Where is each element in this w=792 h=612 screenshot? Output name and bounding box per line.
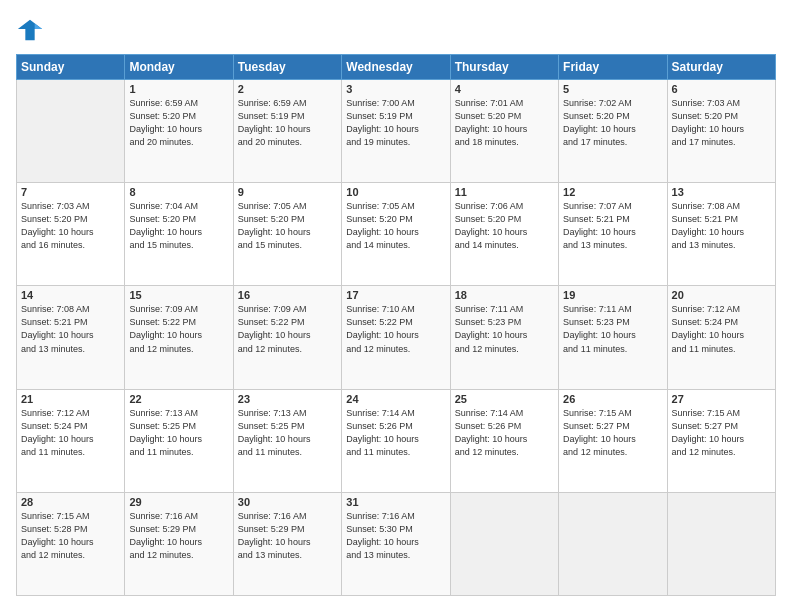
day-number: 26 bbox=[563, 393, 662, 405]
day-number: 24 bbox=[346, 393, 445, 405]
day-number: 13 bbox=[672, 186, 771, 198]
day-info: Sunrise: 7:00 AMSunset: 5:19 PMDaylight:… bbox=[346, 97, 445, 149]
header bbox=[16, 16, 776, 44]
calendar-cell: 3Sunrise: 7:00 AMSunset: 5:19 PMDaylight… bbox=[342, 80, 450, 183]
svg-marker-0 bbox=[18, 20, 42, 41]
calendar-cell: 17Sunrise: 7:10 AMSunset: 5:22 PMDayligh… bbox=[342, 286, 450, 389]
calendar-cell: 16Sunrise: 7:09 AMSunset: 5:22 PMDayligh… bbox=[233, 286, 341, 389]
day-info: Sunrise: 7:08 AMSunset: 5:21 PMDaylight:… bbox=[672, 200, 771, 252]
page: SundayMondayTuesdayWednesdayThursdayFrid… bbox=[0, 0, 792, 612]
day-info: Sunrise: 7:13 AMSunset: 5:25 PMDaylight:… bbox=[238, 407, 337, 459]
day-number: 20 bbox=[672, 289, 771, 301]
calendar-day-header: Monday bbox=[125, 55, 233, 80]
calendar-cell bbox=[17, 80, 125, 183]
day-number: 31 bbox=[346, 496, 445, 508]
calendar-cell: 10Sunrise: 7:05 AMSunset: 5:20 PMDayligh… bbox=[342, 183, 450, 286]
day-info: Sunrise: 7:14 AMSunset: 5:26 PMDaylight:… bbox=[455, 407, 554, 459]
calendar-cell: 30Sunrise: 7:16 AMSunset: 5:29 PMDayligh… bbox=[233, 492, 341, 595]
day-number: 8 bbox=[129, 186, 228, 198]
calendar-cell: 28Sunrise: 7:15 AMSunset: 5:28 PMDayligh… bbox=[17, 492, 125, 595]
logo-icon bbox=[16, 16, 44, 44]
calendar-cell: 18Sunrise: 7:11 AMSunset: 5:23 PMDayligh… bbox=[450, 286, 558, 389]
calendar-cell: 21Sunrise: 7:12 AMSunset: 5:24 PMDayligh… bbox=[17, 389, 125, 492]
day-number: 7 bbox=[21, 186, 120, 198]
day-info: Sunrise: 7:05 AMSunset: 5:20 PMDaylight:… bbox=[238, 200, 337, 252]
day-info: Sunrise: 7:03 AMSunset: 5:20 PMDaylight:… bbox=[21, 200, 120, 252]
day-number: 11 bbox=[455, 186, 554, 198]
calendar-cell: 5Sunrise: 7:02 AMSunset: 5:20 PMDaylight… bbox=[559, 80, 667, 183]
day-info: Sunrise: 7:09 AMSunset: 5:22 PMDaylight:… bbox=[238, 303, 337, 355]
calendar-day-header: Saturday bbox=[667, 55, 775, 80]
day-info: Sunrise: 7:11 AMSunset: 5:23 PMDaylight:… bbox=[455, 303, 554, 355]
calendar-cell: 6Sunrise: 7:03 AMSunset: 5:20 PMDaylight… bbox=[667, 80, 775, 183]
day-info: Sunrise: 6:59 AMSunset: 5:20 PMDaylight:… bbox=[129, 97, 228, 149]
day-number: 2 bbox=[238, 83, 337, 95]
calendar-cell: 11Sunrise: 7:06 AMSunset: 5:20 PMDayligh… bbox=[450, 183, 558, 286]
day-info: Sunrise: 7:06 AMSunset: 5:20 PMDaylight:… bbox=[455, 200, 554, 252]
day-number: 6 bbox=[672, 83, 771, 95]
calendar-cell: 22Sunrise: 7:13 AMSunset: 5:25 PMDayligh… bbox=[125, 389, 233, 492]
day-number: 16 bbox=[238, 289, 337, 301]
calendar-day-header: Tuesday bbox=[233, 55, 341, 80]
day-info: Sunrise: 7:16 AMSunset: 5:29 PMDaylight:… bbox=[129, 510, 228, 562]
day-info: Sunrise: 7:01 AMSunset: 5:20 PMDaylight:… bbox=[455, 97, 554, 149]
calendar-cell: 19Sunrise: 7:11 AMSunset: 5:23 PMDayligh… bbox=[559, 286, 667, 389]
day-info: Sunrise: 7:03 AMSunset: 5:20 PMDaylight:… bbox=[672, 97, 771, 149]
calendar-week-row: 7Sunrise: 7:03 AMSunset: 5:20 PMDaylight… bbox=[17, 183, 776, 286]
calendar-week-row: 21Sunrise: 7:12 AMSunset: 5:24 PMDayligh… bbox=[17, 389, 776, 492]
day-number: 23 bbox=[238, 393, 337, 405]
day-number: 1 bbox=[129, 83, 228, 95]
calendar-day-header: Wednesday bbox=[342, 55, 450, 80]
day-number: 22 bbox=[129, 393, 228, 405]
day-number: 10 bbox=[346, 186, 445, 198]
calendar-cell: 4Sunrise: 7:01 AMSunset: 5:20 PMDaylight… bbox=[450, 80, 558, 183]
calendar-week-row: 1Sunrise: 6:59 AMSunset: 5:20 PMDaylight… bbox=[17, 80, 776, 183]
day-number: 3 bbox=[346, 83, 445, 95]
calendar-cell: 13Sunrise: 7:08 AMSunset: 5:21 PMDayligh… bbox=[667, 183, 775, 286]
calendar-cell: 14Sunrise: 7:08 AMSunset: 5:21 PMDayligh… bbox=[17, 286, 125, 389]
day-number: 30 bbox=[238, 496, 337, 508]
day-number: 28 bbox=[21, 496, 120, 508]
day-number: 19 bbox=[563, 289, 662, 301]
logo bbox=[16, 16, 48, 44]
day-number: 18 bbox=[455, 289, 554, 301]
day-number: 12 bbox=[563, 186, 662, 198]
calendar-cell: 25Sunrise: 7:14 AMSunset: 5:26 PMDayligh… bbox=[450, 389, 558, 492]
calendar-cell bbox=[559, 492, 667, 595]
day-info: Sunrise: 7:12 AMSunset: 5:24 PMDaylight:… bbox=[21, 407, 120, 459]
calendar-day-header: Sunday bbox=[17, 55, 125, 80]
day-info: Sunrise: 6:59 AMSunset: 5:19 PMDaylight:… bbox=[238, 97, 337, 149]
day-number: 9 bbox=[238, 186, 337, 198]
day-info: Sunrise: 7:05 AMSunset: 5:20 PMDaylight:… bbox=[346, 200, 445, 252]
day-number: 27 bbox=[672, 393, 771, 405]
calendar-cell: 27Sunrise: 7:15 AMSunset: 5:27 PMDayligh… bbox=[667, 389, 775, 492]
day-info: Sunrise: 7:16 AMSunset: 5:30 PMDaylight:… bbox=[346, 510, 445, 562]
calendar-cell: 29Sunrise: 7:16 AMSunset: 5:29 PMDayligh… bbox=[125, 492, 233, 595]
calendar-cell: 8Sunrise: 7:04 AMSunset: 5:20 PMDaylight… bbox=[125, 183, 233, 286]
day-info: Sunrise: 7:08 AMSunset: 5:21 PMDaylight:… bbox=[21, 303, 120, 355]
calendar-week-row: 28Sunrise: 7:15 AMSunset: 5:28 PMDayligh… bbox=[17, 492, 776, 595]
day-number: 4 bbox=[455, 83, 554, 95]
day-number: 29 bbox=[129, 496, 228, 508]
calendar-cell: 15Sunrise: 7:09 AMSunset: 5:22 PMDayligh… bbox=[125, 286, 233, 389]
calendar-cell: 2Sunrise: 6:59 AMSunset: 5:19 PMDaylight… bbox=[233, 80, 341, 183]
calendar-day-header: Friday bbox=[559, 55, 667, 80]
day-number: 15 bbox=[129, 289, 228, 301]
calendar-cell: 9Sunrise: 7:05 AMSunset: 5:20 PMDaylight… bbox=[233, 183, 341, 286]
day-info: Sunrise: 7:15 AMSunset: 5:28 PMDaylight:… bbox=[21, 510, 120, 562]
day-info: Sunrise: 7:14 AMSunset: 5:26 PMDaylight:… bbox=[346, 407, 445, 459]
day-info: Sunrise: 7:15 AMSunset: 5:27 PMDaylight:… bbox=[672, 407, 771, 459]
day-info: Sunrise: 7:10 AMSunset: 5:22 PMDaylight:… bbox=[346, 303, 445, 355]
day-number: 17 bbox=[346, 289, 445, 301]
calendar-cell: 1Sunrise: 6:59 AMSunset: 5:20 PMDaylight… bbox=[125, 80, 233, 183]
day-info: Sunrise: 7:16 AMSunset: 5:29 PMDaylight:… bbox=[238, 510, 337, 562]
calendar-cell: 31Sunrise: 7:16 AMSunset: 5:30 PMDayligh… bbox=[342, 492, 450, 595]
calendar-day-header: Thursday bbox=[450, 55, 558, 80]
calendar-table: SundayMondayTuesdayWednesdayThursdayFrid… bbox=[16, 54, 776, 596]
calendar-cell: 26Sunrise: 7:15 AMSunset: 5:27 PMDayligh… bbox=[559, 389, 667, 492]
calendar-cell: 20Sunrise: 7:12 AMSunset: 5:24 PMDayligh… bbox=[667, 286, 775, 389]
day-number: 25 bbox=[455, 393, 554, 405]
calendar-cell bbox=[667, 492, 775, 595]
calendar-cell bbox=[450, 492, 558, 595]
day-info: Sunrise: 7:02 AMSunset: 5:20 PMDaylight:… bbox=[563, 97, 662, 149]
